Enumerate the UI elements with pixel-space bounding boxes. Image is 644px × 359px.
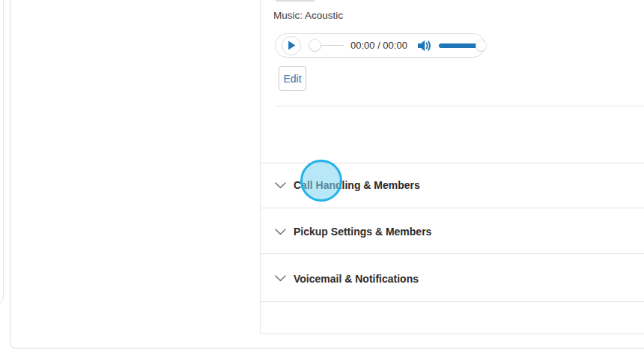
time-display: 00:00 / 00:00 (350, 40, 407, 51)
section-title: Pickup Settings & Members (294, 226, 431, 238)
volume-slider-track[interactable] (439, 43, 479, 48)
chevron-down-icon (274, 229, 287, 235)
play-button[interactable] (282, 36, 301, 55)
section-title: Voicemail & Notifications (294, 273, 419, 285)
progress-slider-thumb[interactable] (309, 40, 321, 51)
content-divider (276, 106, 644, 106)
edit-button[interactable]: Edit (279, 66, 306, 91)
section-divider (261, 334, 644, 334)
offscreen-left-card-edge (0, 0, 4, 304)
settings-page: Music: Acoustic 00:00 / 00:00 Edit Ca (0, 0, 644, 359)
volume-icon[interactable] (416, 39, 432, 52)
section-title: Call Handling & Members (294, 179, 420, 191)
section-divider (261, 301, 644, 302)
audio-player: 00:00 / 00:00 (275, 33, 485, 58)
accordion-pickup-settings-members[interactable]: Pickup Settings & Members (261, 209, 644, 254)
music-selection-label: Music: Acoustic (273, 10, 343, 21)
cut-off-top-element (276, 0, 315, 1)
play-icon (288, 40, 296, 50)
progress-slider-track[interactable] (321, 45, 344, 46)
chevron-down-icon (274, 182, 287, 189)
volume-slider-thumb[interactable] (476, 40, 486, 51)
section-divider (261, 208, 644, 208)
accordion-call-handling-members[interactable]: Call Handling & Members (261, 163, 644, 208)
accordion-voicemail-notifications[interactable]: Voicemail & Notifications (261, 256, 644, 301)
chevron-down-icon (274, 275, 287, 282)
